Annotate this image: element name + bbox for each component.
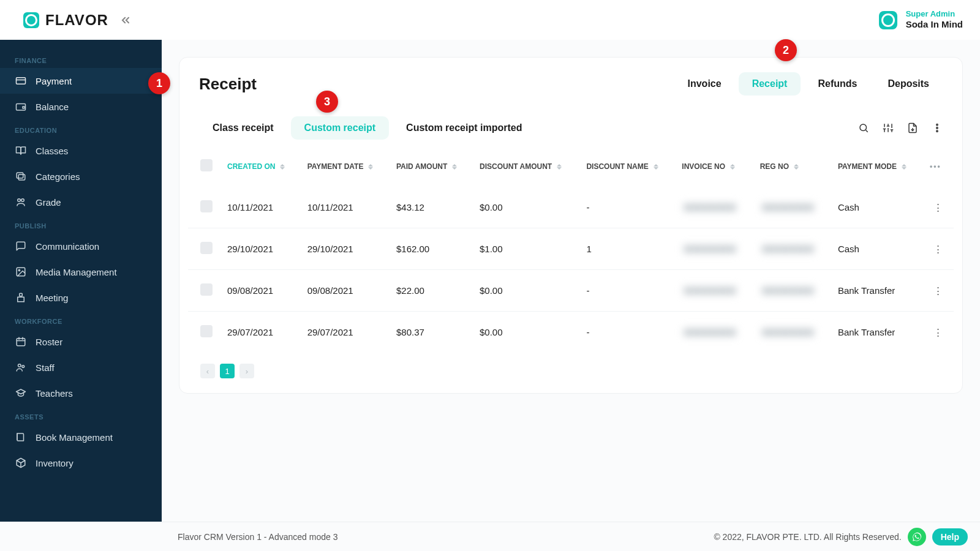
sidebar-item-inventory[interactable]: Inventory bbox=[0, 450, 162, 476]
sidebar-item-label: Book Management bbox=[36, 432, 113, 443]
row-actions-button[interactable]: ⋮ bbox=[930, 241, 946, 257]
cell-payment_mode: Bank Transfer bbox=[831, 312, 922, 353]
sidebar-item-media[interactable]: Media Management bbox=[0, 259, 162, 285]
main-content: Receipt InvoiceReceiptRefundsDeposits Cl… bbox=[162, 40, 980, 522]
whatsapp-button[interactable] bbox=[908, 528, 926, 546]
row-actions-button[interactable]: ⋮ bbox=[930, 283, 946, 298]
subtab-custom-receipt[interactable]: Custom receipt bbox=[291, 116, 389, 140]
graduation-icon bbox=[15, 388, 27, 399]
help-button[interactable]: Help bbox=[932, 528, 968, 545]
sidebar: FINANCEPaymentBalanceEDUCATIONClassesCat… bbox=[0, 40, 162, 522]
col-payment_date[interactable]: PAYMENT DATE bbox=[300, 146, 389, 187]
cell-discount_amount: $1.00 bbox=[472, 228, 579, 270]
cell-created_on: 29/07/2021 bbox=[220, 312, 300, 353]
sidebar-item-payment[interactable]: Payment bbox=[0, 68, 162, 94]
footer-version: Flavor CRM Version 1 - Advanced mode 3 bbox=[178, 532, 337, 542]
sidebar-item-communication[interactable]: Communication bbox=[0, 233, 162, 259]
book-icon bbox=[15, 432, 27, 443]
pagination-prev[interactable]: ‹ bbox=[200, 364, 215, 378]
row-actions-button[interactable]: ⋮ bbox=[930, 200, 946, 215]
cell-discount_name: - bbox=[579, 187, 674, 228]
svg-point-6 bbox=[21, 199, 24, 202]
sidebar-item-teachers[interactable]: Teachers bbox=[0, 380, 162, 406]
tab-refunds[interactable]: Refunds bbox=[804, 72, 870, 96]
row-actions-button[interactable]: ⋮ bbox=[930, 324, 946, 340]
svg-rect-4 bbox=[18, 174, 25, 180]
subtab-class-receipt[interactable]: Class receipt bbox=[199, 116, 287, 140]
search-button[interactable] bbox=[858, 122, 869, 133]
col-discount_name[interactable]: DISCOUNT NAME bbox=[579, 146, 674, 187]
row-checkbox[interactable] bbox=[200, 242, 213, 254]
col-label: PAYMENT MODE bbox=[838, 162, 897, 171]
sidebar-item-roster[interactable]: Roster bbox=[0, 329, 162, 354]
col-label: CREATED ON bbox=[227, 162, 275, 171]
sidebar-heading: ASSETS bbox=[0, 406, 162, 424]
svg-point-31 bbox=[937, 124, 938, 126]
callout-2: 2 bbox=[775, 39, 797, 61]
sort-icon bbox=[280, 164, 285, 170]
col-reg_no[interactable]: REG NO bbox=[753, 146, 831, 187]
pagination-next[interactable]: › bbox=[239, 364, 254, 378]
cell-payment_mode: Cash bbox=[831, 187, 922, 228]
footer: Flavor CRM Version 1 - Advanced mode 3 ©… bbox=[0, 522, 980, 551]
cell-discount_amount: $0.00 bbox=[472, 312, 579, 353]
sidebar-item-balance[interactable]: Balance bbox=[0, 94, 162, 119]
svg-rect-11 bbox=[17, 339, 25, 346]
table-toolbar bbox=[858, 122, 943, 133]
col-payment_mode[interactable]: PAYMENT MODE bbox=[831, 146, 922, 187]
col-created_on[interactable]: CREATED ON bbox=[220, 146, 300, 187]
col-discount_amount[interactable]: DISCOUNT AMOUNT bbox=[472, 146, 579, 187]
cell-created_on: 09/08/2021 bbox=[220, 270, 300, 312]
table-row: 29/10/202129/10/2021$162.00$1.0010000000… bbox=[188, 228, 954, 270]
pagination: ‹ 1 › bbox=[188, 353, 954, 378]
export-button[interactable] bbox=[907, 122, 918, 133]
sidebar-item-staff[interactable]: Staff bbox=[0, 354, 162, 380]
select-all-checkbox[interactable] bbox=[200, 159, 213, 171]
brand-logo[interactable]: FLAVOR bbox=[23, 12, 108, 29]
more-button[interactable] bbox=[932, 122, 943, 133]
footer-copyright: © 2022, FLAVOR PTE. LTD. All Rights Rese… bbox=[714, 532, 901, 542]
svg-point-33 bbox=[937, 130, 938, 132]
overflow-columns-icon[interactable]: ••• bbox=[930, 162, 941, 171]
svg-rect-0 bbox=[17, 78, 26, 84]
sort-icon bbox=[452, 164, 457, 170]
sidebar-item-meeting[interactable]: Meeting bbox=[0, 285, 162, 310]
tab-invoice[interactable]: Invoice bbox=[674, 72, 734, 96]
sort-icon bbox=[794, 164, 799, 170]
sidebar-item-label: Classes bbox=[36, 146, 68, 156]
sidebar-item-book-mgmt[interactable]: Book Management bbox=[0, 424, 162, 450]
cell-reg_no: 0000000000 bbox=[753, 228, 831, 270]
user-menu[interactable]: Super Admin Soda In Mind bbox=[879, 9, 963, 31]
filter-settings-button[interactable] bbox=[883, 122, 894, 133]
sidebar-item-grade[interactable]: Grade bbox=[0, 189, 162, 215]
sidebar-heading: FINANCE bbox=[0, 50, 162, 68]
col-paid_amount[interactable]: PAID AMOUNT bbox=[389, 146, 472, 187]
sidebar-collapse-button[interactable] bbox=[119, 14, 132, 26]
col-label: DISCOUNT AMOUNT bbox=[480, 162, 552, 171]
cell-reg_no: 0000000000 bbox=[753, 312, 831, 353]
tab-deposits[interactable]: Deposits bbox=[874, 72, 943, 96]
pagination-page-1[interactable]: 1 bbox=[220, 364, 235, 378]
svg-point-32 bbox=[937, 127, 938, 129]
svg-point-8 bbox=[18, 269, 20, 271]
cell-payment_date: 29/07/2021 bbox=[300, 312, 389, 353]
row-checkbox[interactable] bbox=[200, 283, 213, 296]
cell-paid_amount: $43.12 bbox=[389, 187, 472, 228]
cell-invoice_no: 0000000000 bbox=[674, 312, 752, 353]
cell-payment_date: 10/11/2021 bbox=[300, 187, 389, 228]
callout-1: 1 bbox=[148, 72, 170, 94]
cell-discount_name: 1 bbox=[579, 228, 674, 270]
row-checkbox[interactable] bbox=[200, 325, 213, 337]
sidebar-item-classes[interactable]: Classes bbox=[0, 138, 162, 163]
sidebar-item-categories[interactable]: Categories bbox=[0, 163, 162, 189]
receipt-card: Receipt InvoiceReceiptRefundsDeposits Cl… bbox=[179, 57, 963, 394]
table-row: 09/08/202109/08/2021$22.00$0.00-00000000… bbox=[188, 270, 954, 312]
subtab-custom-receipt-imported[interactable]: Custom receipt imported bbox=[393, 116, 535, 140]
tab-receipt[interactable]: Receipt bbox=[739, 72, 801, 96]
cell-created_on: 10/11/2021 bbox=[220, 187, 300, 228]
row-checkbox[interactable] bbox=[200, 200, 213, 212]
cell-reg_no: 0000000000 bbox=[753, 270, 831, 312]
table-row: 29/07/202129/07/2021$80.37$0.00-00000000… bbox=[188, 312, 954, 353]
sort-icon bbox=[557, 164, 562, 170]
col-invoice_no[interactable]: INVOICE NO bbox=[674, 146, 752, 187]
